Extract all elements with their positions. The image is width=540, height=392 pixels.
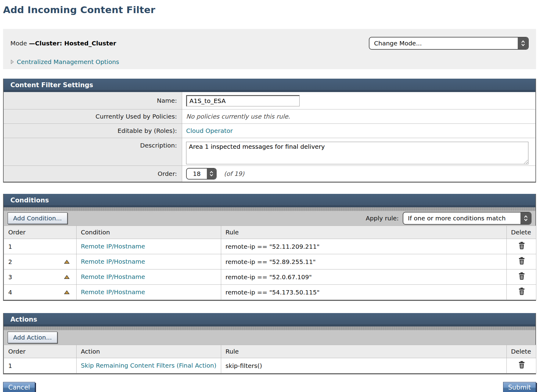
move-up-icon[interactable] [64, 260, 70, 264]
policies-value: No policies currently use this rule. [186, 113, 290, 120]
condition-row: 1 Remote IP/Hostname remote-ip == "52.11… [4, 239, 536, 254]
move-up-icon[interactable] [64, 275, 70, 279]
page-title: Add Incoming Content Filter [3, 4, 536, 15]
condition-rule-text: remote-ip == "52.11.209.211" [225, 243, 319, 250]
delete-icon[interactable] [518, 287, 525, 295]
select-spinner-icon [518, 37, 528, 49]
row-order-number: 3 [8, 273, 12, 281]
condition-link[interactable]: Remote IP/Hostname [81, 273, 145, 280]
add-condition-button[interactable]: Add Condition... [8, 212, 67, 224]
select-spinner-icon [520, 212, 531, 224]
name-input[interactable] [186, 95, 300, 106]
row-order-number: 1 [8, 362, 12, 369]
select-spinner-icon [207, 169, 216, 179]
column-header-action: Action [77, 345, 221, 358]
column-header-order: Order [4, 345, 77, 358]
content-filter-settings-section: Content Filter Settings Name: Currently … [3, 79, 536, 183]
mode-label: Mode [10, 40, 29, 47]
apply-rule-label: Apply rule: [366, 215, 399, 222]
delete-icon[interactable] [518, 361, 525, 369]
condition-link[interactable]: Remote IP/Hostname [81, 258, 145, 265]
delete-icon[interactable] [518, 272, 525, 280]
policies-label: Currently Used by Policies: [4, 109, 182, 123]
name-label: Name: [4, 92, 182, 109]
settings-section-header: Content Filter Settings [4, 79, 535, 92]
description-label: Description: [4, 138, 182, 166]
order-label: Order: [4, 166, 182, 182]
condition-rule-text: remote-ip == "52.89.255.11" [225, 258, 316, 265]
condition-rule-text: remote-ip == "52.0.67.109" [225, 273, 312, 281]
column-header-condition: Condition [77, 226, 221, 239]
action-row: 1 Skip Remaining Content Filters (Final … [4, 358, 536, 373]
disclosure-triangle-icon[interactable] [10, 59, 14, 64]
conditions-section-header: Conditions [4, 194, 535, 207]
row-order-number: 4 [8, 289, 12, 296]
conditions-table: Order Condition Rule Delete 1 Remote IP/… [4, 226, 536, 300]
actions-section: Actions Add Action... Order Action Rule … [3, 313, 536, 374]
centralized-management-options-link[interactable]: Centralized Management Options [17, 58, 119, 66]
mode-text: Mode —Cluster: Hosted_Cluster [10, 40, 116, 47]
description-input[interactable]: Area 1 inspected messages for final deli… [186, 142, 528, 164]
move-up-icon[interactable] [64, 290, 70, 294]
row-order-number: 2 [8, 258, 12, 265]
mode-panel: Mode —Cluster: Hosted_Cluster Change Mod… [3, 29, 536, 69]
condition-row: 2 Remote IP/Hostname remote-ip == "52.89… [4, 254, 536, 269]
change-mode-select[interactable]: Change Mode... [369, 37, 529, 50]
column-header-delete: Delete [507, 226, 536, 239]
column-header-delete: Delete [507, 345, 536, 358]
column-header-rule: Rule [221, 345, 507, 358]
delete-icon[interactable] [518, 257, 525, 265]
action-rule-text: skip-filters() [225, 362, 262, 369]
add-action-button[interactable]: Add Action... [8, 332, 57, 343]
action-link[interactable]: Skip Remaining Content Filters (Final Ac… [81, 362, 216, 369]
condition-rule-text: remote-ip == "54.173.50.115" [225, 289, 319, 296]
roles-link[interactable]: Cloud Operator [186, 127, 233, 134]
condition-link[interactable]: Remote IP/Hostname [81, 243, 145, 250]
row-order-number: 1 [8, 243, 12, 250]
texture-strip [4, 207, 535, 211]
condition-link[interactable]: Remote IP/Hostname [81, 288, 145, 296]
conditions-section: Conditions Add Condition... Apply rule: … [3, 194, 536, 301]
roles-label: Editable by (Roles): [4, 124, 182, 138]
mode-value: —Cluster: Hosted_Cluster [29, 40, 116, 47]
apply-rule-select[interactable]: If one or more conditions match [403, 212, 531, 225]
texture-strip [4, 326, 535, 330]
actions-section-header: Actions [4, 313, 535, 326]
content-filter-page: Add Incoming Content Filter Mode —Cluste… [3, 4, 536, 392]
column-header-rule: Rule [221, 226, 507, 239]
order-total: (of 19) [224, 170, 244, 177]
actions-table: Order Action Rule Delete 1 Skip Remainin… [4, 345, 536, 373]
cancel-button[interactable]: Cancel [3, 382, 35, 392]
column-header-order: Order [4, 226, 77, 239]
delete-icon[interactable] [518, 242, 525, 250]
submit-button[interactable]: Submit [503, 382, 536, 392]
condition-row: 3 Remote IP/Hostname remote-ip == "52.0.… [4, 269, 536, 285]
order-select[interactable]: 18 [186, 168, 217, 180]
condition-row: 4 Remote IP/Hostname remote-ip == "54.17… [4, 285, 536, 300]
